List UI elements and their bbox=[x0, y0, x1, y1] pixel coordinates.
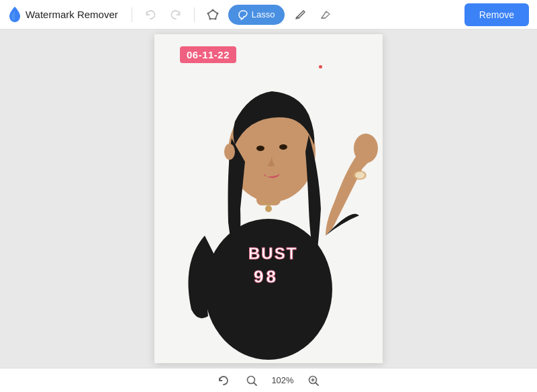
undo-button[interactable] bbox=[140, 5, 160, 25]
zoom-level-label: 102% bbox=[271, 375, 293, 385]
svg-point-13 bbox=[354, 134, 378, 163]
svg-text:BUST: BUST bbox=[248, 244, 297, 262]
zoom-in-button[interactable] bbox=[305, 372, 322, 389]
redo-button[interactable] bbox=[166, 5, 186, 25]
toolbar: Watermark Remover Lasso bbox=[0, 0, 537, 30]
svg-point-2 bbox=[216, 12, 218, 14]
svg-marker-0 bbox=[208, 10, 217, 19]
polygon-tool-button[interactable] bbox=[203, 5, 223, 25]
svg-point-14 bbox=[265, 205, 272, 212]
rotate-button[interactable] bbox=[215, 372, 232, 389]
lasso-label: Lasso bbox=[252, 9, 275, 19]
app-logo: Watermark Remover bbox=[8, 7, 118, 23]
bottom-bar: 102% bbox=[0, 368, 537, 392]
svg-point-5 bbox=[207, 12, 209, 14]
toolbar-divider-1 bbox=[132, 7, 132, 22]
remove-button[interactable]: Remove bbox=[465, 3, 529, 26]
watermark-label: 06-11-22 bbox=[180, 46, 236, 63]
svg-point-4 bbox=[209, 17, 211, 19]
lasso-tool-button[interactable]: Lasso bbox=[228, 5, 285, 25]
red-dot-marker bbox=[319, 65, 322, 68]
brush-icon bbox=[294, 9, 306, 21]
svg-text:98: 98 bbox=[254, 266, 279, 287]
polygon-icon bbox=[207, 9, 219, 21]
zoom-icon bbox=[246, 375, 258, 387]
image-canvas: BUST 98 BUST 98 06-11-22 bbox=[154, 34, 383, 363]
toolbar-divider-2 bbox=[194, 7, 195, 22]
lasso-icon bbox=[238, 9, 248, 20]
redo-icon bbox=[170, 9, 182, 21]
svg-point-3 bbox=[214, 17, 216, 19]
zoom-in-icon bbox=[307, 375, 320, 387]
svg-point-1 bbox=[211, 9, 213, 11]
eraser-tool-button[interactable] bbox=[315, 5, 336, 25]
main-canvas-area: BUST 98 BUST 98 06-11-22 bbox=[0, 30, 537, 368]
svg-point-20 bbox=[355, 172, 364, 179]
app-title: Watermark Remover bbox=[26, 9, 118, 20]
undo-icon bbox=[144, 9, 156, 21]
brush-tool-button[interactable] bbox=[290, 5, 310, 25]
svg-point-12 bbox=[224, 144, 235, 160]
svg-point-11 bbox=[279, 144, 287, 150]
svg-point-10 bbox=[256, 146, 264, 151]
app-logo-icon bbox=[8, 7, 21, 23]
rotate-icon bbox=[217, 375, 230, 387]
eraser-icon bbox=[320, 9, 332, 21]
person-image: BUST 98 BUST 98 bbox=[154, 34, 383, 363]
zoom-search-button[interactable] bbox=[243, 372, 260, 389]
